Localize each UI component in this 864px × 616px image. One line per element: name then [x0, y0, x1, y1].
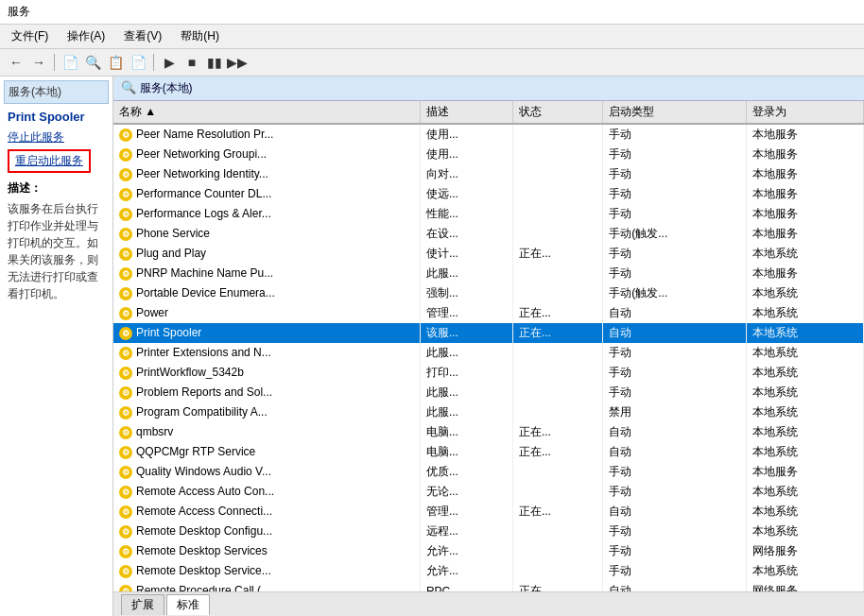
- cell-startup: 自动: [603, 442, 747, 462]
- cell-desc: 打印...: [420, 363, 512, 383]
- table-row[interactable]: ⚙Printer Extensions and N... 此服... 手动 本地…: [113, 343, 864, 363]
- cell-name: ⚙Remote Procedure Call (...: [113, 581, 420, 591]
- table-row[interactable]: ⚙Performance Counter DL... 使远... 手动 本地服务: [113, 184, 864, 204]
- toolbar-back[interactable]: ←: [6, 52, 26, 73]
- cell-desc: 使用...: [420, 124, 512, 145]
- table-row[interactable]: ⚙Program Compatibility A... 此服... 禁用 本地系…: [113, 402, 864, 422]
- table-row[interactable]: ⚙Remote Procedure Call (... RPC... 正在...…: [113, 581, 864, 591]
- cell-desc: 强制...: [420, 283, 512, 303]
- cell-status: 正在...: [512, 303, 602, 323]
- table-row[interactable]: ⚙Plug and Play 使计... 正在... 手动 本地系统: [113, 244, 864, 264]
- cell-desc: 该服...: [420, 323, 512, 343]
- toolbar-play[interactable]: ▶: [159, 52, 180, 73]
- menu-view[interactable]: 查看(V): [120, 26, 165, 46]
- service-icon: ⚙: [119, 525, 132, 539]
- cell-name: ⚙Peer Networking Groupi...: [113, 145, 420, 164]
- cell-name: ⚙PNRP Machine Name Pu...: [113, 264, 420, 283]
- table-row[interactable]: ⚙PrintWorkflow_5342b 打印... 手动 本地系统: [113, 363, 864, 383]
- toolbar-up[interactable]: 📄: [60, 52, 80, 73]
- toolbar-forward[interactable]: →: [28, 52, 49, 73]
- table-row[interactable]: ⚙Remote Access Auto Con... 无论... 手动 本地系统: [113, 482, 864, 502]
- window-title: 服务: [8, 5, 30, 18]
- cell-desc: 向对...: [420, 164, 512, 184]
- cell-desc: 管理...: [420, 303, 512, 323]
- cell-status: 正在...: [512, 502, 602, 522]
- cell-status: [512, 145, 602, 164]
- col-startup[interactable]: 启动类型: [603, 101, 747, 124]
- service-icon: ⚙: [119, 565, 132, 578]
- col-login[interactable]: 登录为: [747, 101, 864, 124]
- menu-help[interactable]: 帮助(H): [177, 26, 223, 46]
- table-row[interactable]: ⚙Phone Service 在设... 手动(触发... 本地服务: [113, 224, 864, 244]
- col-name[interactable]: 名称 ▲: [113, 101, 420, 124]
- tab-expand[interactable]: 扩展: [121, 594, 164, 615]
- cell-name: ⚙Performance Logs & Aler...: [113, 204, 420, 224]
- toolbar-properties[interactable]: 📋: [105, 52, 126, 73]
- cell-startup: 手动: [603, 145, 747, 164]
- cell-desc: 允许...: [420, 541, 512, 561]
- menu-file[interactable]: 文件(F): [8, 26, 52, 46]
- tabs-bar: 扩展 标准: [113, 591, 864, 616]
- menu-action[interactable]: 操作(A): [63, 26, 109, 46]
- cell-login: 本地系统: [747, 522, 864, 541]
- stop-service-link[interactable]: 停止此服务: [8, 129, 105, 145]
- services-table-container[interactable]: 名称 ▲ 描述 状态 启动类型 登录为 ⚙Peer Name Resolutio…: [113, 101, 864, 591]
- table-row[interactable]: ⚙Print Spooler 该服... 正在... 自动 本地系统: [113, 323, 864, 343]
- table-row[interactable]: ⚙Remote Desktop Configu... 远程... 手动 本地系统: [113, 522, 864, 541]
- toolbar-restart[interactable]: ▶▶: [227, 52, 248, 73]
- service-icon: ⚙: [119, 148, 132, 162]
- restart-service-button[interactable]: 重启动此服务: [8, 149, 91, 173]
- table-row[interactable]: ⚙PNRP Machine Name Pu... 此服... 手动 本地服务: [113, 264, 864, 283]
- toolbar-stop[interactable]: ■: [181, 52, 202, 73]
- cell-startup: 手动(触发...: [603, 224, 747, 244]
- cell-login: 本地系统: [747, 363, 864, 383]
- table-row[interactable]: ⚙Performance Logs & Aler... 性能... 手动 本地服…: [113, 204, 864, 224]
- service-icon: ⚙: [119, 585, 132, 591]
- cell-startup: 手动: [603, 184, 747, 204]
- cell-login: 本地系统: [747, 561, 864, 581]
- cell-name: ⚙Remote Desktop Services: [113, 541, 420, 561]
- cell-desc: 优质...: [420, 462, 512, 482]
- cell-login: 本地服务: [747, 224, 864, 244]
- cell-startup: 手动: [603, 264, 747, 283]
- cell-status: [512, 561, 602, 581]
- sidebar-title: 服务(本地): [4, 80, 109, 104]
- tab-standard[interactable]: 标准: [166, 594, 210, 615]
- cell-status: [512, 283, 602, 303]
- service-icon: ⚙: [119, 188, 132, 201]
- cell-name: ⚙Quality Windows Audio V...: [113, 462, 420, 482]
- table-row[interactable]: ⚙Peer Networking Identity... 向对... 手动 本地…: [113, 164, 864, 184]
- table-row[interactable]: ⚙Power 管理... 正在... 自动 本地系统: [113, 303, 864, 323]
- table-row[interactable]: ⚙Remote Desktop Services 允许... 手动 网络服务: [113, 541, 864, 561]
- table-row[interactable]: ⚙QQPCMgr RTP Service 电脑... 正在... 自动 本地系统: [113, 442, 864, 462]
- table-row[interactable]: ⚙Quality Windows Audio V... 优质... 手动 本地服…: [113, 462, 864, 482]
- table-row[interactable]: ⚙qmbsrv 电脑... 正在... 自动 本地系统: [113, 422, 864, 442]
- toolbar-help[interactable]: 📄: [128, 52, 148, 73]
- table-row[interactable]: ⚙Remote Desktop Service... 允许... 手动 本地系统: [113, 561, 864, 581]
- cell-startup: 自动: [603, 303, 747, 323]
- cell-name: ⚙qmbsrv: [113, 422, 420, 442]
- table-row[interactable]: ⚙Peer Networking Groupi... 使用... 手动 本地服务: [113, 145, 864, 164]
- table-row[interactable]: ⚙Problem Reports and Sol... 此服... 手动 本地系…: [113, 383, 864, 402]
- cell-login: 网络服务: [747, 581, 864, 591]
- cell-status: [512, 402, 602, 422]
- toolbar-show-hide[interactable]: 🔍: [82, 52, 103, 73]
- table-row[interactable]: ⚙Peer Name Resolution Pr... 使用... 手动 本地服…: [113, 124, 864, 145]
- cell-name: ⚙PrintWorkflow_5342b: [113, 363, 420, 383]
- sidebar: 服务(本地) Print Spooler 停止此服务 重启动此服务 描述： 该服…: [0, 77, 113, 616]
- service-icon: ⚙: [119, 267, 132, 281]
- col-desc[interactable]: 描述: [420, 101, 512, 124]
- service-icon: ⚙: [119, 228, 132, 241]
- desc-text: 该服务在后台执行打印作业并处理与打印机的交互。如果关闭该服务，则无法进行打印或查…: [8, 200, 105, 302]
- content-area: 🔍 服务(本地) 名称 ▲ 描述 状态 启动类型 登录为 ⚙Peer Name …: [113, 77, 864, 616]
- cell-desc: 管理...: [420, 502, 512, 522]
- cell-startup: 自动: [603, 422, 747, 442]
- cell-status: [512, 462, 602, 482]
- service-icon: ⚙: [119, 367, 132, 380]
- col-status[interactable]: 状态: [512, 101, 602, 124]
- table-row[interactable]: ⚙Portable Device Enumera... 强制... 手动(触发.…: [113, 283, 864, 303]
- toolbar-pause[interactable]: ▮▮: [204, 52, 225, 73]
- cell-login: 本地服务: [747, 164, 864, 184]
- service-icon: ⚙: [119, 128, 132, 142]
- table-row[interactable]: ⚙Remote Access Connecti... 管理... 正在... 自…: [113, 502, 864, 522]
